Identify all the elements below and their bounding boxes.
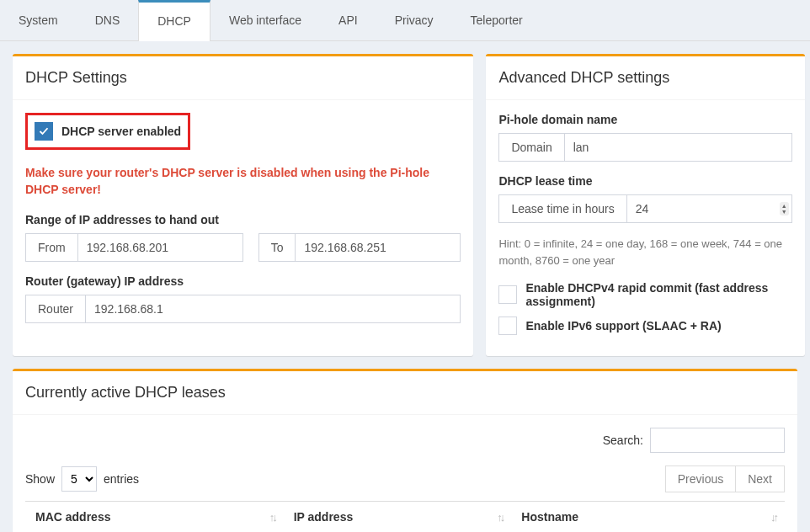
settings-tabs: System DNS DHCP Web interface API Privac… [0, 0, 810, 41]
leases-table: MAC address↑↓ IP address↑↓ Hostname↓↑ No… [25, 501, 785, 532]
lease-label: DHCP lease time [498, 174, 791, 188]
router-addon: Router [25, 295, 85, 323]
col-mac[interactable]: MAC address↑↓ [25, 502, 284, 533]
ipv6-row: Enable IPv6 support (SLAAC + RA) [498, 317, 791, 335]
entries-select[interactable]: 5 [61, 466, 97, 492]
sort-icon: ↑↓ [269, 511, 275, 524]
previous-button[interactable]: Previous [665, 466, 736, 492]
col-ip[interactable]: IP address↑↓ [284, 502, 512, 533]
ipv6-label: Enable IPv6 support (SLAAC + RA) [525, 319, 721, 332]
search-input[interactable] [650, 428, 785, 453]
leases-card: Currently active DHCP leases Search: Sho… [13, 369, 797, 532]
rapid-commit-checkbox[interactable] [498, 285, 517, 304]
tab-api[interactable]: API [320, 0, 376, 40]
tab-teleporter[interactable]: Teleporter [452, 0, 541, 40]
search-label: Search: [603, 434, 643, 447]
tab-system[interactable]: System [0, 0, 77, 40]
from-input[interactable] [77, 233, 243, 262]
pager: Previous Next [665, 466, 785, 492]
advanced-dhcp-card: Advanced DHCP settings Pi-hole domain na… [486, 54, 804, 356]
lease-addon: Lease time in hours [498, 194, 626, 223]
sort-icon: ↓↑ [770, 511, 776, 524]
to-addon: To [258, 233, 296, 262]
dhcp-settings-card: DHCP Settings DHCP server enabled Make s… [13, 54, 473, 356]
chevron-down-icon[interactable]: ▼ [781, 209, 787, 215]
dhcp-enabled-row: DHCP server enabled [25, 113, 190, 150]
tab-privacy[interactable]: Privacy [376, 0, 452, 40]
dhcp-settings-title: DHCP Settings [25, 69, 461, 87]
dhcp-enabled-checkbox[interactable] [35, 122, 53, 141]
dhcp-warning-text: Make sure your router's DHCP server is d… [25, 165, 461, 198]
leases-title: Currently active DHCP leases [25, 384, 785, 402]
to-input[interactable] [295, 233, 461, 262]
domain-input[interactable] [564, 133, 792, 162]
rapid-commit-label: Enable DHCPv4 rapid commit (fast address… [525, 281, 791, 308]
tab-dns[interactable]: DNS [77, 0, 139, 40]
range-label: Range of IP addresses to hand out [25, 213, 461, 226]
advanced-title: Advanced DHCP settings [498, 69, 791, 87]
check-icon [39, 126, 49, 136]
show-prefix: Show [25, 472, 55, 486]
from-addon: From [25, 233, 77, 262]
next-button[interactable]: Next [736, 466, 785, 492]
domain-label: Pi-hole domain name [498, 113, 791, 126]
domain-addon: Domain [498, 133, 563, 162]
router-input[interactable] [85, 295, 461, 323]
show-suffix: entries [104, 472, 139, 486]
router-label: Router (gateway) IP address [25, 274, 461, 288]
chevron-up-icon[interactable]: ▲ [781, 203, 787, 209]
tab-dhcp[interactable]: DHCP [138, 0, 210, 41]
col-host[interactable]: Hostname↓↑ [511, 502, 785, 533]
sort-icon: ↑↓ [497, 511, 503, 524]
tab-web-interface[interactable]: Web interface [210, 0, 320, 40]
lease-hint: Hint: 0 = infinite, 24 = one day, 168 = … [498, 236, 791, 269]
lease-input[interactable] [626, 194, 792, 223]
ipv6-checkbox[interactable] [498, 317, 517, 335]
rapid-commit-row: Enable DHCPv4 rapid commit (fast address… [498, 281, 791, 308]
lease-spinner[interactable]: ▲ ▼ [780, 202, 789, 215]
dhcp-enabled-label: DHCP server enabled [61, 125, 181, 138]
